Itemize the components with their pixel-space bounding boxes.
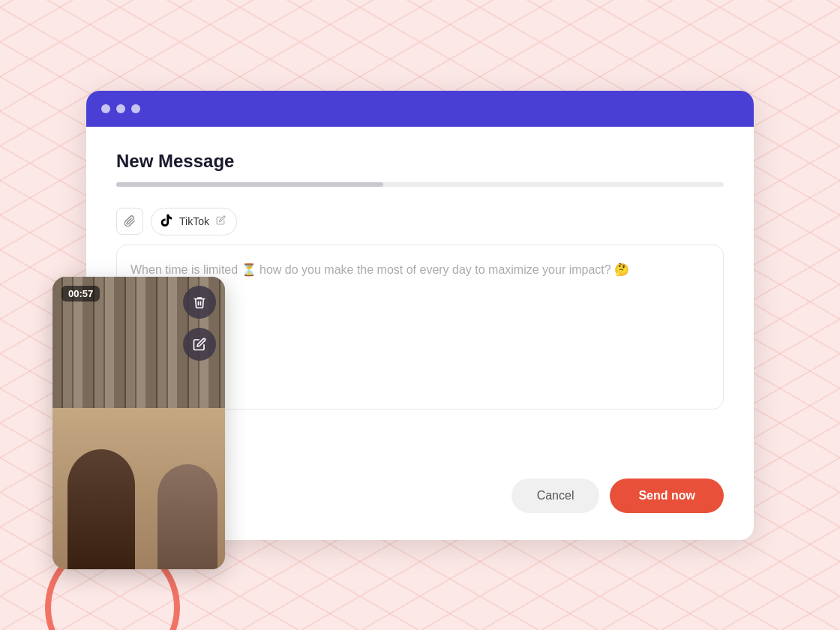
titlebar-dot-3 <box>131 104 140 113</box>
page-title: New Message <box>116 151 724 172</box>
people-area <box>52 408 225 569</box>
pencil-icon <box>193 338 206 351</box>
window-body: 00:57 New Message <box>86 127 754 540</box>
video-card: 00:57 <box>52 277 225 569</box>
tiktok-tab[interactable]: TikTok <box>151 208 237 236</box>
trash-icon <box>193 296 206 309</box>
titlebar <box>86 91 754 127</box>
person-silhouette-2 <box>158 464 218 569</box>
pencil-small-icon <box>216 215 226 225</box>
edit-video-button[interactable] <box>183 328 216 361</box>
tiktok-svg <box>159 213 174 228</box>
titlebar-dot-2 <box>116 104 125 113</box>
progress-bar-container <box>116 182 724 187</box>
delete-video-button[interactable] <box>183 286 216 319</box>
cancel-button[interactable]: Cancel <box>512 478 600 513</box>
progress-bar-fill <box>116 182 383 187</box>
send-now-button[interactable]: Send now <box>610 478 724 513</box>
main-window: 00:57 New Message <box>86 91 754 540</box>
paperclip-icon <box>124 215 136 227</box>
video-preview: 00:57 <box>52 277 225 569</box>
titlebar-dot-1 <box>101 104 110 113</box>
person-silhouette-1 <box>68 449 135 569</box>
tiktok-tab-label: TikTok <box>179 215 209 227</box>
tiktok-icon <box>159 213 174 230</box>
video-timestamp: 00:57 <box>62 286 100 302</box>
platform-row: TikTok <box>116 208 724 236</box>
edit-platform-icon <box>216 215 226 227</box>
attach-button[interactable] <box>116 208 143 235</box>
